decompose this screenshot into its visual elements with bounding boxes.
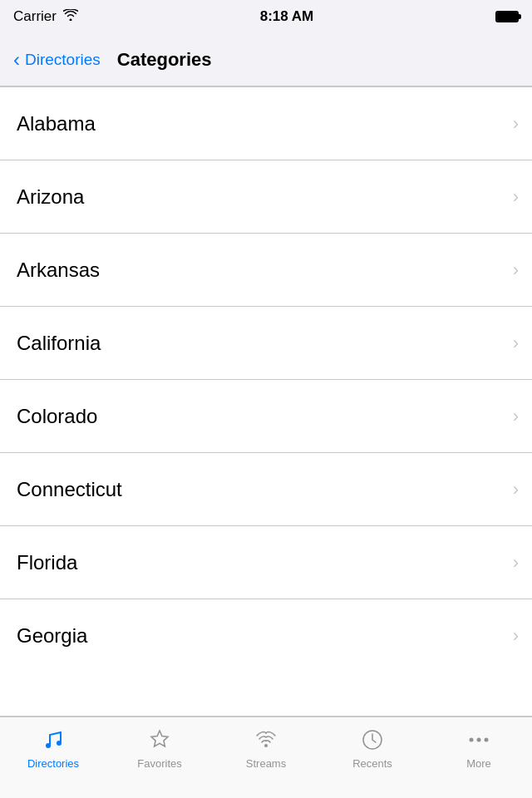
list-item-label: Alabama — [17, 112, 96, 135]
chevron-right-icon: › — [513, 259, 519, 281]
battery-indicator — [495, 11, 519, 22]
list-item[interactable]: Arkansas › — [0, 234, 532, 307]
tab-streams-label: Streams — [246, 757, 286, 770]
list-item[interactable]: Arizona › — [0, 160, 532, 234]
list-item[interactable]: California › — [0, 307, 532, 380]
chevron-right-icon: › — [513, 479, 519, 500]
list-item-label: Colorado — [17, 405, 97, 428]
svg-point-5 — [477, 738, 481, 742]
tab-recents-label: Recents — [352, 757, 392, 770]
list-item[interactable]: Connecticut › — [0, 453, 532, 526]
more-dots-icon — [465, 726, 493, 754]
svg-point-0 — [46, 743, 51, 748]
carrier-label: Carrier — [13, 8, 57, 25]
list-item[interactable]: Georgia › — [0, 599, 532, 672]
status-bar: Carrier 8:18 AM — [0, 0, 532, 33]
chevron-right-icon: › — [513, 552, 519, 574]
list-item-label: Georgia — [17, 624, 87, 648]
tab-recents[interactable]: Recents — [319, 726, 426, 770]
list-item[interactable]: Florida › — [0, 526, 532, 599]
streams-icon — [252, 726, 280, 754]
list-item-label: Arizona — [17, 185, 84, 209]
tab-directories-label: Directories — [27, 757, 79, 770]
categories-list: Alabama › Arizona › Arkansas › Californi… — [0, 86, 532, 717]
list-item-label: Connecticut — [17, 478, 122, 501]
svg-point-4 — [470, 738, 474, 742]
list-item[interactable]: Alabama › — [0, 87, 532, 160]
chevron-right-icon: › — [513, 625, 519, 647]
wifi-icon — [63, 8, 78, 25]
back-button-label: Directories — [25, 51, 101, 69]
carrier-info: Carrier — [13, 8, 78, 25]
chevron-right-icon: › — [513, 186, 519, 208]
chevron-right-icon: › — [513, 332, 519, 354]
navigation-bar: ‹ Directories Categories — [0, 33, 532, 86]
tab-bar: Directories Favorites Streams Recen — [0, 717, 532, 798]
tab-favorites-label: Favorites — [137, 757, 181, 770]
svg-point-6 — [485, 738, 489, 742]
tab-streams[interactable]: Streams — [213, 726, 319, 770]
back-chevron-icon: ‹ — [13, 50, 20, 70]
time-display: 8:18 AM — [260, 8, 314, 25]
tab-favorites[interactable]: Favorites — [106, 726, 213, 770]
list-item-label: Florida — [17, 551, 77, 574]
clock-icon — [358, 726, 387, 754]
tab-more-label: More — [466, 757, 491, 770]
list-item[interactable]: Colorado › — [0, 380, 532, 453]
svg-point-2 — [264, 744, 268, 747]
chevron-right-icon: › — [513, 113, 519, 135]
list-item-label: Arkansas — [17, 259, 100, 282]
list-item-label: California — [17, 332, 101, 355]
svg-point-1 — [57, 741, 62, 746]
page-title: Categories — [117, 49, 212, 71]
tab-more[interactable]: More — [426, 726, 532, 770]
tab-directories[interactable]: Directories — [0, 726, 106, 770]
star-icon — [145, 726, 174, 754]
battery-icon — [495, 11, 519, 22]
back-button[interactable]: ‹ Directories — [13, 50, 101, 70]
music-note-icon — [39, 726, 67, 754]
chevron-right-icon: › — [513, 406, 519, 427]
